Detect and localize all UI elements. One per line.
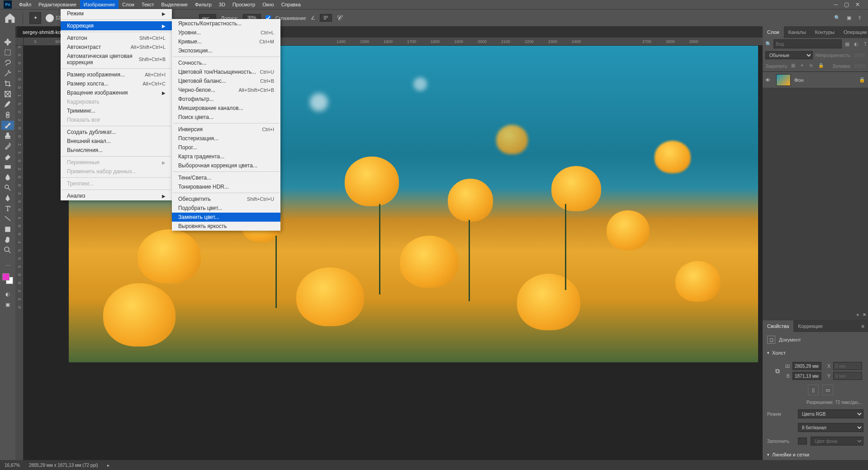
collapse-icon[interactable]: «	[856, 312, 859, 317]
zoom-level[interactable]: 16,67%	[5, 463, 20, 468]
menu-item[interactable]: Подобрать цвет...	[172, 204, 280, 213]
document-info[interactable]: 2805,29 мм x 1871,13 мм (72 ppi)	[29, 463, 98, 468]
fill-value[interactable]: 100%	[854, 64, 865, 69]
menu-item[interactable]: Вращение изображения▶	[61, 88, 172, 97]
path-tool[interactable]	[1, 214, 14, 223]
menu-item[interactable]: Уровни...Ctrl+L	[172, 28, 280, 37]
menu-item[interactable]: Тримминг...	[61, 106, 172, 115]
props-menu-icon[interactable]: ≡	[858, 320, 868, 332]
menu-окно[interactable]: Окно	[259, 0, 278, 9]
opacity-value[interactable]: 100%	[854, 53, 865, 58]
menu-item[interactable]: Тонирование HDR...	[172, 182, 280, 191]
menu-item[interactable]: Кривые...Ctrl+M	[172, 37, 280, 46]
menu-item[interactable]: Вычисления...	[61, 146, 172, 155]
panel-tab[interactable]: Каналы	[784, 26, 811, 38]
zoom-tool[interactable]	[1, 246, 14, 255]
orient-portrait-icon[interactable]: ▯	[808, 385, 819, 395]
hand-tool[interactable]	[1, 235, 14, 244]
lasso-tool[interactable]	[1, 58, 14, 67]
menu-3d[interactable]: 3D	[215, 0, 229, 9]
close-icon[interactable]: ✕	[855, 1, 860, 8]
menu-изображение[interactable]: Изображение	[80, 0, 119, 9]
eraser-tool[interactable]	[1, 152, 14, 161]
menu-item[interactable]: Коррекция▶	[61, 21, 172, 30]
move-tool[interactable]	[1, 38, 14, 47]
layer-row[interactable]: 👁 Фон 🔒	[763, 72, 868, 88]
marquee-tool[interactable]	[1, 48, 14, 57]
menu-item[interactable]: Микширование каналов...	[172, 104, 280, 113]
menu-item[interactable]: ОбесцветитьShift+Ctrl+U	[172, 195, 280, 204]
link-dims-icon[interactable]: ⧉	[775, 367, 780, 375]
panel-tab[interactable]: Контуры	[811, 26, 839, 38]
type-tool[interactable]	[1, 204, 14, 213]
menu-item[interactable]: Яркость/Контрастность...	[172, 19, 280, 28]
search-icon[interactable]: 🔍	[834, 15, 840, 21]
menu-item[interactable]: Цветовой баланс...Ctrl+B	[172, 76, 280, 85]
dodge-tool[interactable]	[1, 183, 14, 192]
menu-item[interactable]: Сочность...	[172, 58, 280, 67]
close-panel-icon[interactable]: ✕	[863, 312, 866, 317]
blur-tool[interactable]	[1, 173, 14, 182]
layer-lock-icon[interactable]: 🔒	[859, 77, 865, 83]
menu-item[interactable]: Выборочная коррекция цвета...	[172, 161, 280, 170]
fill-swatch[interactable]	[798, 437, 807, 445]
frame-tool[interactable]	[1, 90, 14, 99]
height-input[interactable]	[792, 372, 821, 380]
bit-depth-select[interactable]: 8 бит/канал	[798, 423, 863, 432]
menu-фильтр[interactable]: Фильтр	[191, 0, 215, 9]
menu-item[interactable]: Экспозиция...	[172, 46, 280, 55]
pen-tool[interactable]	[1, 194, 14, 203]
menu-item[interactable]: АвтоконтрастAlt+Shift+Ctrl+L	[61, 43, 172, 52]
lock-position-icon[interactable]: ✦	[800, 63, 806, 69]
menu-item[interactable]: Создать дубликат...	[61, 128, 172, 137]
screenmode-tool[interactable]: ▣	[1, 300, 14, 309]
eyedropper-tool[interactable]	[1, 100, 14, 109]
menu-item[interactable]: Тени/Света...	[172, 173, 280, 182]
menu-item[interactable]: Порог...	[172, 143, 280, 152]
edit-toolbar[interactable]: ⋯	[1, 261, 14, 270]
menu-item[interactable]: АвтотонShift+Ctrl+L	[61, 33, 172, 43]
menu-файл[interactable]: Файл	[15, 0, 35, 9]
rulers-section[interactable]: Линейки и сетки	[767, 450, 863, 459]
menu-справка[interactable]: Справка	[278, 0, 304, 9]
menu-item[interactable]: Анализ▶	[61, 191, 172, 200]
lock-all-icon[interactable]: 🔒	[818, 63, 825, 69]
filter-type-icon[interactable]: T	[862, 40, 868, 47]
workspace-icon[interactable]: ▣	[847, 15, 851, 21]
brush-preview[interactable]	[46, 14, 54, 22]
menu-item[interactable]: Фотофильтр...	[172, 95, 280, 104]
crop-tool[interactable]	[1, 79, 14, 88]
share-icon[interactable]: ⇪	[858, 15, 862, 21]
info-arrow-icon[interactable]: ▸	[107, 463, 109, 468]
lock-pixels-icon[interactable]: ▦	[791, 63, 797, 69]
menu-item[interactable]: Поиск цвета...	[172, 113, 280, 122]
quickmask-tool[interactable]: ◐	[1, 290, 14, 299]
panel-tab[interactable]: Коррекция	[793, 320, 827, 332]
menu-редактирование[interactable]: Редактирование	[35, 0, 80, 9]
menu-item[interactable]: Черно-белое...Alt+Shift+Ctrl+B	[172, 85, 280, 95]
layer-thumbnail[interactable]	[776, 74, 791, 86]
menu-текст[interactable]: Текст	[138, 0, 158, 9]
menu-item[interactable]: Режим▶	[61, 9, 172, 18]
lock-artboard-icon[interactable]: ⊕	[809, 63, 816, 69]
menu-item[interactable]: Выровнять яркость	[172, 222, 280, 231]
color-mode-select[interactable]: Цвета RGB	[798, 409, 863, 418]
menu-item[interactable]: Автоматическая цветовая коррекцияShift+C…	[61, 52, 172, 67]
menu-item[interactable]: Размер изображения...Alt+Ctrl+I	[61, 70, 172, 79]
visibility-icon[interactable]: 👁	[765, 77, 773, 83]
stamp-tool[interactable]	[1, 131, 14, 140]
canvas-section[interactable]: Холст	[767, 348, 863, 357]
menu-item[interactable]: Постеризация...	[172, 134, 280, 143]
history-brush-tool[interactable]	[1, 142, 14, 151]
wand-tool[interactable]	[1, 69, 14, 78]
fill-select[interactable]: Цвет фона	[811, 437, 863, 446]
menu-item[interactable]: ИнверсияCtrl+I	[172, 125, 280, 134]
menu-слои[interactable]: Слои	[119, 0, 138, 9]
color-swatches[interactable]	[2, 273, 13, 284]
filter-pixel-icon[interactable]: ▦	[844, 40, 851, 47]
gradient-tool[interactable]	[1, 162, 14, 171]
menu-item[interactable]: Цветовой тон/Насыщенность...Ctrl+U	[172, 67, 280, 76]
menu-просмотр[interactable]: Просмотр	[229, 0, 259, 9]
menu-item[interactable]: Размер холста...Alt+Ctrl+C	[61, 79, 172, 88]
minimize-icon[interactable]: ─	[834, 1, 838, 8]
